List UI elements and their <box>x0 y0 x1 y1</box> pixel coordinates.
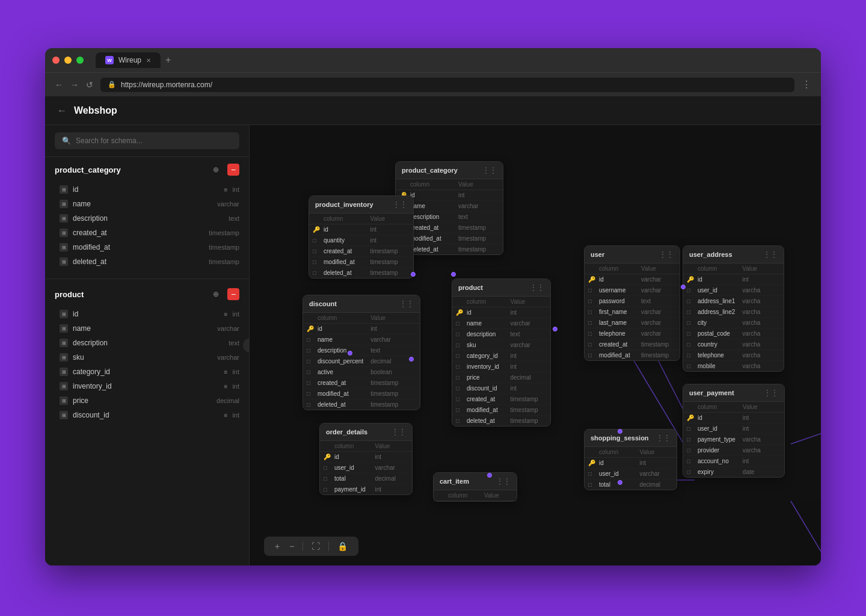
field-row: ⊞ inventory_id ≡ int <box>45 379 249 393</box>
schema-add-btn-product[interactable]: ⊕ <box>209 288 223 301</box>
db-table-name: product_category <box>402 167 458 174</box>
fit-btn[interactable]: ⛶ <box>308 540 324 552</box>
field-name: description <box>73 339 224 347</box>
db-table-header: cart_item ⋮⋮ <box>434 473 517 490</box>
lock-btn[interactable]: 🔒 <box>334 540 351 552</box>
db-table-discount[interactable]: discount ⋮⋮ column Value 🔑 id int □ name… <box>302 295 420 410</box>
browser-menu-btn[interactable]: ⋮ <box>802 79 811 90</box>
connector-dot <box>348 351 352 356</box>
db-table-cart-item[interactable]: cart_item ⋮⋮ column Value <box>433 472 517 502</box>
db-table-name: order_details <box>326 428 367 436</box>
address-url: https://wireup.mortenra.com/ <box>121 81 212 89</box>
connector-dot <box>681 285 686 289</box>
sidebar: ‹ 🔍 product_category ⊕ − <box>45 125 250 565</box>
schema-name-product-category: product_category <box>55 165 204 174</box>
address-box[interactable]: 🔒 https://wireup.mortenra.com/ <box>100 78 794 92</box>
zoom-in-btn[interactable]: + <box>271 540 283 552</box>
traffic-light-maximize[interactable] <box>76 57 84 64</box>
db-table-menu-icon[interactable]: ⋮⋮ <box>392 428 406 436</box>
db-table-menu-icon[interactable]: ⋮⋮ <box>399 300 414 308</box>
canvas-area[interactable]: product_category ⋮⋮ column Value 🔑 id in… <box>250 125 821 565</box>
new-tab-btn[interactable]: + <box>165 55 171 66</box>
search-box: 🔍 <box>55 132 239 149</box>
tab-close-btn[interactable]: ✕ <box>146 57 151 64</box>
app-body: ‹ 🔍 product_category ⊕ − <box>45 125 821 565</box>
db-table-menu-icon[interactable]: ⋮⋮ <box>482 166 497 174</box>
field-row: ⊞ created_at timestamp <box>45 226 249 240</box>
field-row: ⊞ deleted_at timestamp <box>45 254 249 269</box>
db-table-header: user_payment ⋮⋮ <box>683 384 784 402</box>
db-table-menu-icon[interactable]: ⋮⋮ <box>656 434 671 442</box>
db-table-name: shopping_session <box>591 434 649 442</box>
reload-nav-btn[interactable]: ↺ <box>86 80 93 90</box>
back-nav-btn[interactable]: ← <box>55 80 63 90</box>
schema-del-btn-product-category[interactable]: − <box>227 164 239 176</box>
db-table-user-address[interactable]: user_address ⋮⋮ column Value 🔑 id int □ … <box>683 245 784 372</box>
sidebar-divider <box>45 279 249 279</box>
traffic-light-close[interactable] <box>52 57 60 64</box>
field-name: name <box>73 200 212 208</box>
field-key-icon: ⊞ <box>60 324 68 333</box>
traffic-light-minimize[interactable] <box>64 57 72 64</box>
db-table-shopping-session[interactable]: shopping_session ⋮⋮ column Value 🔑 id in… <box>584 429 677 490</box>
field-fk-icon: ≡ <box>224 369 228 375</box>
field-type: timestamp <box>209 244 239 251</box>
db-table-name: user_payment <box>689 389 734 396</box>
field-key-icon: ⊞ <box>60 396 68 405</box>
connector-dot <box>487 473 492 478</box>
db-table-menu-icon[interactable]: ⋮⋮ <box>496 477 511 485</box>
db-table-user-payment[interactable]: user_payment ⋮⋮ column Value 🔑 id int □ … <box>683 384 785 478</box>
sidebar-search: 🔍 <box>45 125 249 157</box>
db-table-header: user ⋮⋮ <box>585 246 680 263</box>
db-table-menu-icon[interactable]: ⋮⋮ <box>393 200 407 209</box>
zoom-out-btn[interactable]: − <box>286 540 298 552</box>
browser-addressbar: ← → ↺ 🔒 https://wireup.mortenra.com/ ⋮ <box>45 72 821 96</box>
schema-del-btn-product[interactable]: − <box>227 288 239 300</box>
app-back-btn[interactable]: ← <box>57 105 67 116</box>
db-table-menu-icon[interactable]: ⋮⋮ <box>763 250 778 259</box>
field-type: text <box>229 215 239 222</box>
connector-dot <box>451 272 456 277</box>
db-table-menu-icon[interactable]: ⋮⋮ <box>659 250 674 259</box>
field-key-icon: ⊞ <box>60 339 68 347</box>
search-input[interactable] <box>76 137 232 145</box>
db-table-header: product_inventory ⋮⋮ <box>309 196 413 214</box>
browser-tab-active[interactable]: W Wireup ✕ <box>96 52 161 68</box>
field-row: ⊞ category_id ≡ int <box>45 365 249 379</box>
db-table-menu-icon[interactable]: ⋮⋮ <box>764 389 778 397</box>
toolbar-divider <box>328 541 329 551</box>
field-row: ⊞ id ≡ int <box>45 182 249 197</box>
field-type: int <box>232 368 239 375</box>
connector-dot <box>409 357 414 362</box>
db-table-order-details[interactable]: order_details ⋮⋮ column Value 🔑 id int □… <box>319 423 413 495</box>
field-type: int <box>232 186 239 193</box>
db-table-name: product <box>458 284 483 291</box>
field-row: ⊞ id ≡ int <box>45 307 249 321</box>
tab-favicon: W <box>105 56 114 64</box>
app-area: ← Webshop ‹ 🔍 product_category <box>45 96 821 565</box>
field-key-icon: ⊞ <box>60 200 68 208</box>
db-table-header: product ⋮⋮ <box>452 279 550 297</box>
connector-dot <box>411 272 416 277</box>
db-table-header: discount ⋮⋮ <box>303 295 420 313</box>
field-name: category_id <box>73 368 220 376</box>
canvas-toolbar: + − ⛶ 🔒 <box>264 537 358 556</box>
db-table-header: order_details ⋮⋮ <box>320 424 412 441</box>
field-key-icon: ⊞ <box>60 368 68 376</box>
field-type: int <box>232 310 239 318</box>
db-table-user[interactable]: user ⋮⋮ column Value 🔑 id varchar □ user… <box>584 245 680 361</box>
svg-line-6 <box>791 501 821 564</box>
db-table-menu-icon[interactable]: ⋮⋮ <box>530 283 544 292</box>
field-type: decimal <box>216 397 239 404</box>
db-table-product[interactable]: product ⋮⋮ column Value 🔑 id int □ name … <box>452 279 551 427</box>
schema-group-product: product ⊕ − ⊞ id ≡ int <box>45 282 249 427</box>
schema-add-btn-product-category[interactable]: ⊕ <box>209 163 223 176</box>
forward-nav-btn[interactable]: → <box>70 80 79 90</box>
field-row: ⊞ modified_at timestamp <box>45 240 249 254</box>
field-fk-icon: ≡ <box>224 186 228 193</box>
schema-header-product-category: product_category ⊕ − <box>45 157 249 182</box>
field-key-icon: ⊞ <box>60 382 68 390</box>
field-row: ⊞ description text <box>45 211 249 226</box>
field-key-icon: ⊞ <box>60 185 68 194</box>
db-table-product-inventory[interactable]: product_inventory ⋮⋮ column Value 🔑 id i… <box>309 196 414 279</box>
